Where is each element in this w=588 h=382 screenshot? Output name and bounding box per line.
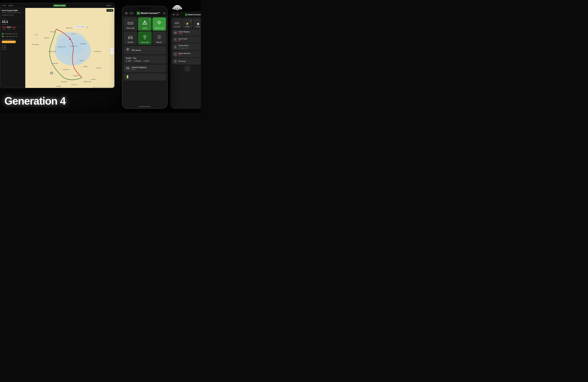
svg-text:Plumbridge: Plumbridge: [32, 44, 39, 45]
inverter-dc-ac: DCAC: [149, 18, 151, 21]
tablet-logo: MODUL SYSTEM: [53, 4, 66, 7]
svg-text:Lisburn: Lisburn: [79, 60, 83, 61]
svg-text:Maghera: Maghera: [44, 37, 50, 39]
phone2-battery-title: Battery Monitoring: [178, 53, 201, 54]
header-icon-box-1[interactable]: ▣: [124, 12, 128, 15]
climate-val-1: 14°C55%: [178, 47, 181, 49]
nav-fleet[interactable]: FLEET: [8, 5, 13, 6]
svg-text:Dungiven: Dungiven: [50, 31, 56, 32]
main-phone: ▣ ⊞ M Modul-Connect™ ⚙: [122, 6, 168, 109]
tablet-sidebar: Ford Transit 2020 ABC123: FORD TRANSIT 2…: [0, 8, 25, 88]
strobe-light-label: Strobe Light: [126, 27, 134, 29]
heater-temp-val: 18°C: [128, 60, 132, 62]
heater-target-val: 24°C: [146, 60, 149, 62]
rear-load-val: 110.2: [11, 26, 16, 28]
phone2-climate-icon: [173, 45, 177, 49]
vehicle-id: ABC123: FORD TRANSIT 2020: [2, 12, 24, 13]
partial-row-icon: 🔋: [126, 75, 129, 79]
tablet-user[interactable]: USER >: [106, 5, 112, 6]
inverter-label: Inverter: [142, 27, 147, 29]
phone2-weighing-title: Vehicle Weighing: [178, 31, 201, 33]
svg-point-50: [144, 36, 146, 38]
header-icon-box-2[interactable]: ⊞: [129, 12, 134, 15]
climate-val-3: 12°C40%: [185, 47, 188, 49]
phone2-pir-row[interactable]: PIR sensor: [172, 58, 201, 64]
phone2-icon-2[interactable]: ⊞: [176, 14, 179, 16]
exterior-light-label: Exterior Light: [155, 27, 164, 29]
tile-strobe-light[interactable]: Strobe Light: [124, 17, 137, 31]
speed-1: 59 mph: [2, 45, 24, 46]
svg-point-0: [177, 9, 178, 10]
live-label: LIVE: [107, 10, 110, 11]
tile-beacons[interactable]: Beacons: [152, 31, 166, 45]
phone2-tile-exterior[interactable]: ◉ Exterior: [193, 18, 201, 28]
svg-point-47: [128, 36, 132, 38]
phone2-app-title-text: Modul-Connect™: [188, 14, 201, 16]
zoom-controls[interactable]: + −: [110, 48, 113, 54]
svg-point-88: [175, 61, 175, 62]
zoom-out-button[interactable]: −: [110, 51, 113, 54]
phone2-tile-strobe[interactable]: Strobe Light: [172, 18, 182, 28]
exterior-light-icon: [157, 20, 162, 26]
nav-rts[interactable]: RTS: [3, 5, 6, 6]
app-title: M Modul-Connect™: [137, 12, 160, 15]
map-attribution: © Mapbox © OpenStreetMap Improve this ma…: [92, 86, 114, 88]
svg-text:Dundonald: Dundonald: [94, 51, 101, 52]
interior-light-icon: [142, 35, 147, 40]
phone2-app-title: Modul-Connect™: [185, 14, 201, 16]
phone2-icon-1[interactable]: ▣: [172, 14, 175, 16]
heater-time: ⏱ 29 min: [134, 60, 141, 62]
status-label: STATUS: [2, 19, 24, 20]
phone2-climate-title: Climate Sensor: [178, 45, 201, 46]
svg-point-65: [126, 69, 127, 69]
rear-load-label: REARLOAD: [11, 28, 16, 30]
route-1: 1 08.02–09.01, 31.1 mi: [2, 33, 24, 35]
svg-text:Ballymena: Ballymena: [66, 27, 72, 29]
gear-icon[interactable]: ⚙: [163, 12, 165, 15]
map-top-right: LIVE: [106, 9, 113, 12]
gen4-heading: Generation 4: [4, 95, 65, 107]
phone2-inverter-label: Inverter: [185, 26, 189, 27]
phone2-home-button[interactable]: [185, 66, 190, 72]
live-dot: [111, 10, 112, 11]
phone2-inverter-icon: ⚡: [186, 22, 189, 25]
svg-text:Saintfie...: Saintfie...: [91, 79, 97, 80]
phone2-battery-val: 11 V: [178, 54, 201, 56]
vehicle-weighing-row[interactable]: Vehicle Weighing 89 %: [124, 64, 166, 72]
svg-text:Craigavon: Craigavon: [73, 75, 79, 76]
phone2-battery-row[interactable]: Battery Monitoring 11 V: [172, 51, 201, 58]
thermometer-icon-1: 🌡: [126, 60, 127, 62]
pir-sensor-row[interactable]: PIR sensor: [124, 46, 166, 54]
heater-row[interactable]: Heater / Fan 🌡 18°C ⏱ 29 min 🌡 24°C: [124, 55, 166, 64]
svg-text:Belfast: Belfast: [84, 66, 88, 67]
svg-line-42: [158, 21, 158, 21]
phone2-climate-row[interactable]: Climate Sensor 14°C55% 6°C38% 12°C40%: [172, 43, 201, 50]
svg-text:Magherafelt: Magherafelt: [49, 51, 56, 52]
roof-bar-label: Roof Bar: [127, 41, 133, 43]
tile-roof-bar[interactable]: Roof Bar: [124, 31, 137, 45]
weighing-value: 89 %: [132, 68, 146, 71]
svg-line-56: [146, 35, 147, 36]
phone-partial-row[interactable]: 🔋: [124, 73, 166, 80]
phone2-tile-inverter[interactable]: DCAC ⚡ Inverter: [182, 18, 192, 28]
heater-title: Heater / Fan: [126, 57, 164, 59]
phone2-vehicle-weighing-row[interactable]: Vehicle Weighing 101%: [172, 29, 201, 36]
phone-header-icons: ▣ ⊞: [124, 12, 134, 15]
heater-slash: /: [132, 57, 133, 59]
tile-inverter[interactable]: DCAC Inverter: [138, 17, 151, 31]
zoom-in-button[interactable]: +: [110, 48, 113, 51]
tile-interior-light[interactable]: Interior Light: [138, 31, 151, 45]
phone2-tracker-val: 3/5: [178, 40, 201, 41]
vehicle-details-button[interactable]: VEHICLE DETAILS: [2, 40, 16, 43]
svg-text:Draperstown: Draperstown: [58, 46, 65, 48]
vehicle-name: Ford Transit 2020: [2, 9, 24, 12]
phone2-exterior-icon: ◉: [197, 22, 199, 25]
strobe-light-icon: [127, 21, 133, 26]
tablet-nav: RTS FLEET: [3, 5, 13, 6]
svg-rect-64: [126, 67, 129, 68]
svg-text:Hillsborough: Hillsborough: [84, 81, 91, 82]
beacons-icon: [157, 35, 162, 40]
tile-exterior-light[interactable]: Exterior Light: [152, 17, 166, 31]
tablet-map[interactable]: 2 Ballymena Belfast Maghera Antrim Porta…: [25, 8, 114, 88]
phone2-asset-tracker-row[interactable]: Asset Tracker 3/5: [172, 37, 201, 43]
